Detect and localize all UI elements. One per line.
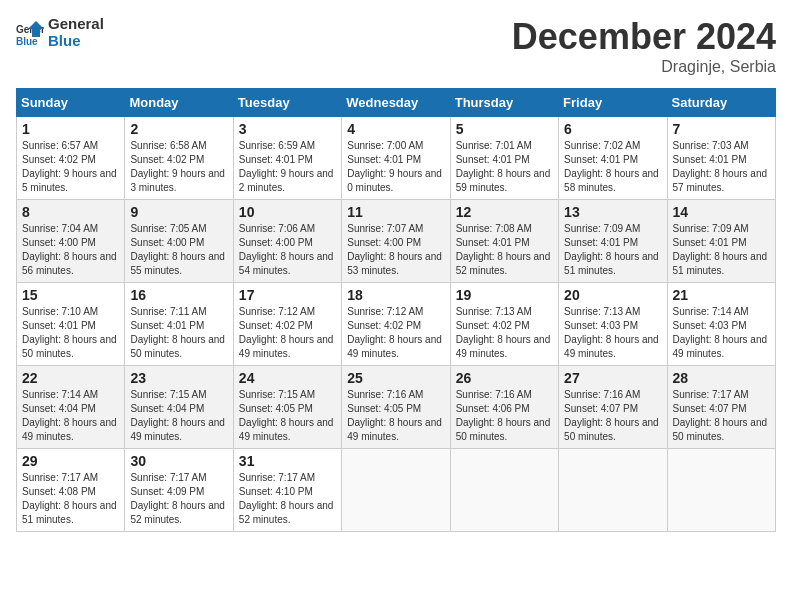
- day-number: 20: [564, 287, 661, 303]
- svg-text:Blue: Blue: [16, 36, 38, 47]
- calendar-cell: 4 Sunrise: 7:00 AM Sunset: 4:01 PM Dayli…: [342, 117, 450, 200]
- logo-blue: Blue: [48, 33, 104, 50]
- day-number: 3: [239, 121, 336, 137]
- month-title: December 2024: [512, 16, 776, 58]
- day-number: 18: [347, 287, 444, 303]
- col-wednesday: Wednesday: [342, 89, 450, 117]
- calendar-week-row: 1 Sunrise: 6:57 AM Sunset: 4:02 PM Dayli…: [17, 117, 776, 200]
- calendar-cell: 26 Sunrise: 7:16 AM Sunset: 4:06 PM Dayl…: [450, 366, 558, 449]
- calendar-week-row: 15 Sunrise: 7:10 AM Sunset: 4:01 PM Dayl…: [17, 283, 776, 366]
- calendar-cell: 2 Sunrise: 6:58 AM Sunset: 4:02 PM Dayli…: [125, 117, 233, 200]
- day-info: Sunrise: 7:15 AM Sunset: 4:04 PM Dayligh…: [130, 388, 227, 444]
- day-number: 8: [22, 204, 119, 220]
- day-info: Sunrise: 7:05 AM Sunset: 4:00 PM Dayligh…: [130, 222, 227, 278]
- day-info: Sunrise: 7:08 AM Sunset: 4:01 PM Dayligh…: [456, 222, 553, 278]
- calendar-cell: 25 Sunrise: 7:16 AM Sunset: 4:05 PM Dayl…: [342, 366, 450, 449]
- day-info: Sunrise: 7:00 AM Sunset: 4:01 PM Dayligh…: [347, 139, 444, 195]
- calendar-cell: 7 Sunrise: 7:03 AM Sunset: 4:01 PM Dayli…: [667, 117, 775, 200]
- day-info: Sunrise: 7:01 AM Sunset: 4:01 PM Dayligh…: [456, 139, 553, 195]
- logo: General Blue General Blue: [16, 16, 104, 49]
- day-info: Sunrise: 7:04 AM Sunset: 4:00 PM Dayligh…: [22, 222, 119, 278]
- calendar-cell: 30 Sunrise: 7:17 AM Sunset: 4:09 PM Dayl…: [125, 449, 233, 532]
- day-info: Sunrise: 7:14 AM Sunset: 4:04 PM Dayligh…: [22, 388, 119, 444]
- calendar-cell: 24 Sunrise: 7:15 AM Sunset: 4:05 PM Dayl…: [233, 366, 341, 449]
- day-info: Sunrise: 7:14 AM Sunset: 4:03 PM Dayligh…: [673, 305, 770, 361]
- day-number: 30: [130, 453, 227, 469]
- header-row: Sunday Monday Tuesday Wednesday Thursday…: [17, 89, 776, 117]
- title-area: December 2024 Draginje, Serbia: [512, 16, 776, 76]
- day-info: Sunrise: 7:16 AM Sunset: 4:07 PM Dayligh…: [564, 388, 661, 444]
- col-sunday: Sunday: [17, 89, 125, 117]
- day-number: 22: [22, 370, 119, 386]
- col-thursday: Thursday: [450, 89, 558, 117]
- calendar-cell: 12 Sunrise: 7:08 AM Sunset: 4:01 PM Dayl…: [450, 200, 558, 283]
- day-number: 31: [239, 453, 336, 469]
- day-number: 4: [347, 121, 444, 137]
- calendar-cell: 28 Sunrise: 7:17 AM Sunset: 4:07 PM Dayl…: [667, 366, 775, 449]
- calendar-cell: 31 Sunrise: 7:17 AM Sunset: 4:10 PM Dayl…: [233, 449, 341, 532]
- day-info: Sunrise: 7:15 AM Sunset: 4:05 PM Dayligh…: [239, 388, 336, 444]
- calendar-cell: 6 Sunrise: 7:02 AM Sunset: 4:01 PM Dayli…: [559, 117, 667, 200]
- day-info: Sunrise: 7:13 AM Sunset: 4:02 PM Dayligh…: [456, 305, 553, 361]
- day-info: Sunrise: 6:59 AM Sunset: 4:01 PM Dayligh…: [239, 139, 336, 195]
- day-number: 10: [239, 204, 336, 220]
- calendar-cell: 22 Sunrise: 7:14 AM Sunset: 4:04 PM Dayl…: [17, 366, 125, 449]
- day-number: 9: [130, 204, 227, 220]
- day-number: 2: [130, 121, 227, 137]
- day-info: Sunrise: 7:13 AM Sunset: 4:03 PM Dayligh…: [564, 305, 661, 361]
- calendar-cell: 5 Sunrise: 7:01 AM Sunset: 4:01 PM Dayli…: [450, 117, 558, 200]
- day-number: 25: [347, 370, 444, 386]
- calendar-cell: 27 Sunrise: 7:16 AM Sunset: 4:07 PM Dayl…: [559, 366, 667, 449]
- calendar-cell: 15 Sunrise: 7:10 AM Sunset: 4:01 PM Dayl…: [17, 283, 125, 366]
- day-info: Sunrise: 7:11 AM Sunset: 4:01 PM Dayligh…: [130, 305, 227, 361]
- day-info: Sunrise: 7:17 AM Sunset: 4:08 PM Dayligh…: [22, 471, 119, 527]
- day-info: Sunrise: 7:12 AM Sunset: 4:02 PM Dayligh…: [347, 305, 444, 361]
- calendar-cell: 29 Sunrise: 7:17 AM Sunset: 4:08 PM Dayl…: [17, 449, 125, 532]
- logo-general: General: [48, 16, 104, 33]
- calendar-cell: [667, 449, 775, 532]
- calendar-cell: [559, 449, 667, 532]
- day-number: 11: [347, 204, 444, 220]
- day-number: 24: [239, 370, 336, 386]
- calendar-cell: 16 Sunrise: 7:11 AM Sunset: 4:01 PM Dayl…: [125, 283, 233, 366]
- day-info: Sunrise: 7:17 AM Sunset: 4:07 PM Dayligh…: [673, 388, 770, 444]
- day-info: Sunrise: 7:07 AM Sunset: 4:00 PM Dayligh…: [347, 222, 444, 278]
- calendar-cell: 9 Sunrise: 7:05 AM Sunset: 4:00 PM Dayli…: [125, 200, 233, 283]
- calendar-cell: 13 Sunrise: 7:09 AM Sunset: 4:01 PM Dayl…: [559, 200, 667, 283]
- day-info: Sunrise: 7:09 AM Sunset: 4:01 PM Dayligh…: [564, 222, 661, 278]
- page-header: General Blue General Blue December 2024 …: [16, 16, 776, 76]
- calendar-cell: 8 Sunrise: 7:04 AM Sunset: 4:00 PM Dayli…: [17, 200, 125, 283]
- day-info: Sunrise: 7:16 AM Sunset: 4:05 PM Dayligh…: [347, 388, 444, 444]
- calendar-cell: 18 Sunrise: 7:12 AM Sunset: 4:02 PM Dayl…: [342, 283, 450, 366]
- calendar-cell: 21 Sunrise: 7:14 AM Sunset: 4:03 PM Dayl…: [667, 283, 775, 366]
- day-number: 21: [673, 287, 770, 303]
- day-number: 29: [22, 453, 119, 469]
- calendar-week-row: 8 Sunrise: 7:04 AM Sunset: 4:00 PM Dayli…: [17, 200, 776, 283]
- col-tuesday: Tuesday: [233, 89, 341, 117]
- day-info: Sunrise: 7:17 AM Sunset: 4:10 PM Dayligh…: [239, 471, 336, 527]
- calendar-cell: 17 Sunrise: 7:12 AM Sunset: 4:02 PM Dayl…: [233, 283, 341, 366]
- day-number: 23: [130, 370, 227, 386]
- day-number: 19: [456, 287, 553, 303]
- col-monday: Monday: [125, 89, 233, 117]
- calendar-week-row: 29 Sunrise: 7:17 AM Sunset: 4:08 PM Dayl…: [17, 449, 776, 532]
- day-number: 13: [564, 204, 661, 220]
- calendar-cell: [342, 449, 450, 532]
- day-number: 1: [22, 121, 119, 137]
- calendar-cell: 1 Sunrise: 6:57 AM Sunset: 4:02 PM Dayli…: [17, 117, 125, 200]
- col-friday: Friday: [559, 89, 667, 117]
- day-number: 7: [673, 121, 770, 137]
- day-info: Sunrise: 7:17 AM Sunset: 4:09 PM Dayligh…: [130, 471, 227, 527]
- day-info: Sunrise: 7:02 AM Sunset: 4:01 PM Dayligh…: [564, 139, 661, 195]
- day-info: Sunrise: 7:09 AM Sunset: 4:01 PM Dayligh…: [673, 222, 770, 278]
- calendar-week-row: 22 Sunrise: 7:14 AM Sunset: 4:04 PM Dayl…: [17, 366, 776, 449]
- day-number: 17: [239, 287, 336, 303]
- col-saturday: Saturday: [667, 89, 775, 117]
- day-number: 15: [22, 287, 119, 303]
- day-number: 26: [456, 370, 553, 386]
- day-info: Sunrise: 6:58 AM Sunset: 4:02 PM Dayligh…: [130, 139, 227, 195]
- calendar-cell: 20 Sunrise: 7:13 AM Sunset: 4:03 PM Dayl…: [559, 283, 667, 366]
- calendar-cell: 3 Sunrise: 6:59 AM Sunset: 4:01 PM Dayli…: [233, 117, 341, 200]
- day-number: 16: [130, 287, 227, 303]
- day-info: Sunrise: 7:10 AM Sunset: 4:01 PM Dayligh…: [22, 305, 119, 361]
